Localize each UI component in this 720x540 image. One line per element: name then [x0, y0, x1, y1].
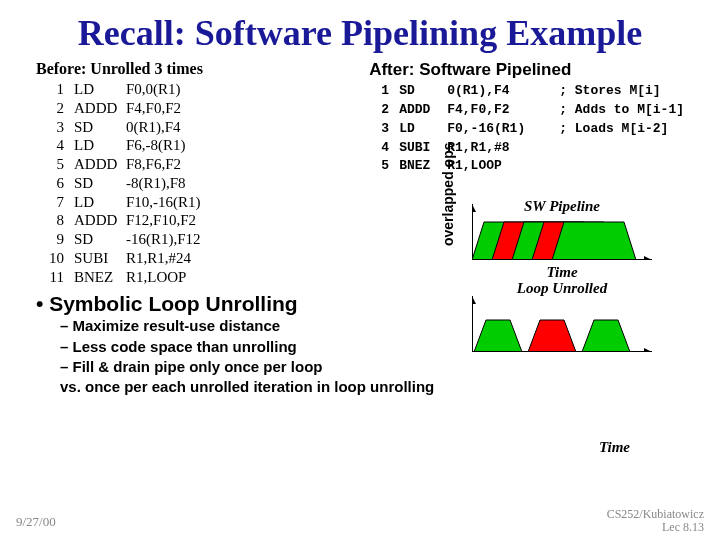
opcode: SD: [399, 82, 447, 101]
chart2-title: Loop Unrolled: [472, 280, 652, 297]
chart1-time: Time: [472, 264, 652, 281]
opcode: BNEZ: [74, 268, 126, 287]
svg-marker-11: [528, 320, 576, 352]
line-num: 8: [36, 211, 74, 230]
line-num: 4: [36, 136, 74, 155]
svg-marker-12: [582, 320, 630, 352]
footer-course: CS252/Kubiatowicz: [607, 507, 704, 521]
line-num: 9: [36, 230, 74, 249]
code-row: 3LDF0,-16(R1); Loads M[i-2]: [369, 120, 684, 139]
opcode: LD: [74, 136, 126, 155]
line-num: 10: [36, 249, 74, 268]
operands: R1,R1,#8: [447, 139, 559, 158]
code-row: 11BNEZR1,LOOP: [36, 268, 359, 287]
opcode: LD: [74, 80, 126, 99]
code-row: 9SD-16(R1),F12: [36, 230, 359, 249]
code-row: 10SUBIR1,R1,#24: [36, 249, 359, 268]
comment: ; Loads M[i-2]: [559, 120, 668, 139]
before-code: 1LDF0,0(R1)2ADDDF4,F0,F23SD0(R1),F44LDF6…: [36, 80, 359, 286]
operands: F4,F0,F2: [447, 101, 559, 120]
operands: R1,LOOP: [126, 268, 186, 287]
opcode: LD: [74, 193, 126, 212]
line-num: 5: [369, 157, 399, 176]
opcode: ADDD: [74, 155, 126, 174]
line-num: 3: [369, 120, 399, 139]
operands: F0,-16(R1): [447, 120, 559, 139]
line-num: 5: [36, 155, 74, 174]
svg-marker-7: [644, 256, 652, 260]
time-label-lower: Time: [599, 439, 630, 456]
line-num: 1: [369, 82, 399, 101]
opcode: SD: [74, 174, 126, 193]
opcode: SD: [74, 230, 126, 249]
code-row: 5ADDDF8,F6,F2: [36, 155, 359, 174]
operands: F0,0(R1): [126, 80, 181, 99]
line-num: 3: [36, 118, 74, 137]
chart-area: overlapped ops SW Pipeline Time Loop Unr…: [450, 204, 670, 364]
after-code: 1SD0(R1),F4; Stores M[i]2ADDDF4,F0,F2; A…: [359, 82, 684, 176]
operands: R1,R1,#24: [126, 249, 191, 268]
slide: Recall: Software Pipelining Example Befo…: [0, 0, 720, 540]
line-num: 6: [36, 174, 74, 193]
operands: -16(R1),F12: [126, 230, 201, 249]
opcode: ADDD: [399, 101, 447, 120]
sw-pipeline-svg: [472, 204, 652, 260]
line-num: 7: [36, 193, 74, 212]
comment: ; Stores M[i]: [559, 82, 660, 101]
operands: -8(R1),F8: [126, 174, 186, 193]
svg-marker-14: [644, 348, 652, 352]
line-num: 1: [36, 80, 74, 99]
chart-loop-unrolled: [472, 296, 652, 352]
operands: F8,F6,F2: [126, 155, 181, 174]
svg-marker-5: [552, 222, 636, 260]
before-column: Before: Unrolled 3 times 1LDF0,0(R1)2ADD…: [36, 60, 359, 286]
code-row: 6SD-8(R1),F8: [36, 174, 359, 193]
code-row: 3SD0(R1),F4: [36, 118, 359, 137]
chart-sw-pipeline: [472, 204, 652, 260]
operands: F4,F0,F2: [126, 99, 181, 118]
line-num: 2: [36, 99, 74, 118]
operands: F10,-16(R1): [126, 193, 201, 212]
opcode: SD: [74, 118, 126, 137]
code-row: 2ADDDF4,F0,F2: [36, 99, 359, 118]
line-num: 11: [36, 268, 74, 287]
line-num: 4: [369, 139, 399, 158]
operands: F6,-8(R1): [126, 136, 186, 155]
opcode: ADDD: [74, 99, 126, 118]
svg-marker-10: [474, 320, 522, 352]
code-row: 1SD0(R1),F4; Stores M[i]: [369, 82, 684, 101]
comment: ; Adds to M[i-1]: [559, 101, 684, 120]
line-num: 2: [369, 101, 399, 120]
operands: 0(R1),F4: [126, 118, 181, 137]
code-row: 8ADDDF12,F10,F2: [36, 211, 359, 230]
operands: R1,LOOP: [447, 157, 559, 176]
code-row: 4LDF6,-8(R1): [36, 136, 359, 155]
sub-d: vs. once per each unrolled iteration in …: [0, 377, 720, 397]
footer-right: CS252/Kubiatowicz Lec 8.13: [607, 508, 704, 534]
opcode: SUBI: [74, 249, 126, 268]
operands: F12,F10,F2: [126, 211, 196, 230]
before-header: Before: Unrolled 3 times: [36, 60, 359, 78]
loop-unrolled-svg: [472, 296, 652, 352]
code-row: 7LDF10,-16(R1): [36, 193, 359, 212]
opcode: LD: [399, 120, 447, 139]
operands: 0(R1),F4: [447, 82, 559, 101]
slide-title: Recall: Software Pipelining Example: [0, 0, 720, 60]
after-header: After: Software Pipelined: [359, 60, 684, 80]
svg-marker-16: [472, 296, 476, 304]
footer-lec: Lec 8.13: [662, 520, 704, 534]
code-row: 4SUBIR1,R1,#8: [369, 139, 684, 158]
chart-ylabel: overlapped ops: [440, 143, 456, 246]
code-row: 1LDF0,0(R1): [36, 80, 359, 99]
opcode: ADDD: [74, 211, 126, 230]
footer-date: 9/27/00: [16, 514, 56, 530]
code-row: 2ADDDF4,F0,F2; Adds to M[i-1]: [369, 101, 684, 120]
code-row: 5BNEZR1,LOOP: [369, 157, 684, 176]
